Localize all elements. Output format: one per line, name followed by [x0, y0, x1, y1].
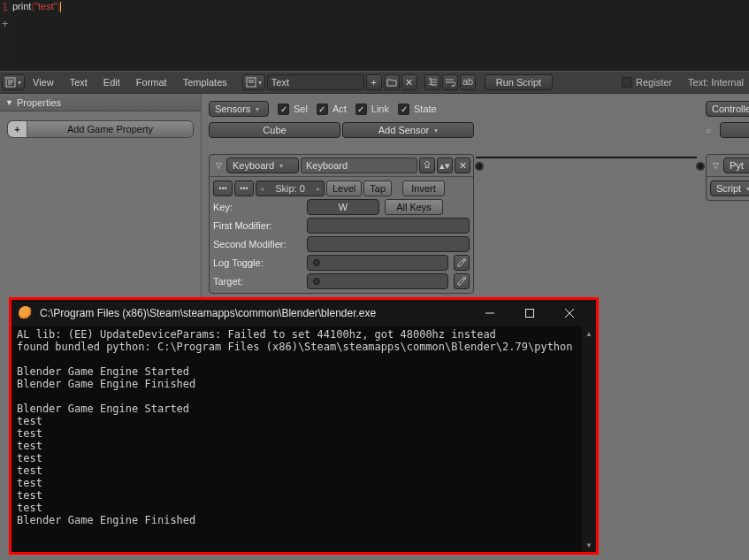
text-editor-icon: [5, 77, 16, 88]
controller-input-socket[interactable]: [696, 162, 705, 171]
logic-bricks-area[interactable]: Sensors▾ Sel Act Link State Cube Add Sen…: [202, 94, 749, 297]
menu-view[interactable]: View: [25, 77, 62, 88]
key-field[interactable]: W: [307, 199, 379, 215]
word-wrap-icon: [445, 77, 455, 88]
pulse-false-icon: •••: [240, 184, 248, 193]
pulse-true-icon: •••: [218, 184, 226, 193]
add-game-property-button[interactable]: + Add Game Property: [7, 120, 194, 138]
add-sensor-dropdown[interactable]: Add Sensor▾: [342, 122, 474, 138]
menu-edit[interactable]: Edit: [96, 77, 128, 88]
register-label: Register: [636, 77, 672, 88]
sensors-state-checkbox[interactable]: [398, 104, 409, 115]
plus-icon: +: [371, 77, 377, 88]
sensor-name-field[interactable]: Keyboard: [301, 157, 417, 173]
all-keys-button[interactable]: All Keys: [385, 199, 443, 215]
menu-format[interactable]: Format: [128, 77, 175, 88]
editor-type-selector[interactable]: ▾: [2, 74, 25, 90]
maximize-icon: [525, 309, 534, 318]
word-wrap-toggle[interactable]: [442, 74, 458, 90]
pulse-false-button[interactable]: •••: [234, 180, 254, 196]
arrow-down-icon: ▾: [256, 105, 259, 113]
log-toggle-label: Log Toggle:: [213, 257, 302, 268]
controller-brick-python: ▽ Pyt▾ Pyth 1 ▴▾ ✕ Script▾ Text: [706, 154, 749, 201]
text-editor[interactable]: 1 print("test") +: [0, 0, 749, 71]
pulse-true-button[interactable]: •••: [213, 180, 233, 196]
first-modifier-field[interactable]: [307, 218, 470, 234]
sensors-sel-checkbox[interactable]: [278, 104, 289, 115]
new-text-button[interactable]: +: [366, 74, 382, 90]
controllers-label: Controllers: [712, 104, 749, 114]
minimize-button[interactable]: [470, 300, 509, 326]
invert-button[interactable]: Invert: [402, 180, 445, 196]
controller-object-name[interactable]: Cube: [720, 122, 749, 138]
line-numbers-icon: 1: [427, 77, 438, 88]
delete-sensor-button[interactable]: ✕: [455, 157, 470, 173]
menu-text[interactable]: Text: [62, 77, 96, 88]
arrow-down-icon: ▾: [279, 162, 283, 170]
open-text-button[interactable]: [384, 74, 400, 90]
text-cursor: [60, 2, 61, 12]
sensors-act-checkbox[interactable]: [317, 104, 328, 115]
sensors-dropdown[interactable]: Sensors▾: [209, 101, 269, 117]
svg-rect-16: [525, 310, 533, 318]
sensor-type-dropdown[interactable]: Keyboard▾: [226, 157, 299, 173]
target-field[interactable]: [307, 273, 448, 289]
sensors-link-checkbox[interactable]: [355, 104, 367, 115]
second-modifier-field[interactable]: [307, 236, 470, 252]
second-modifier-label: Second Modifier:: [213, 239, 302, 249]
code-string: "test": [34, 1, 57, 12]
collapse-triangle-icon[interactable]: ▽: [212, 161, 225, 170]
code-line[interactable]: print("test"): [12, 0, 61, 12]
first-modifier-label: First Modifier:: [213, 220, 302, 231]
pin-icon: [422, 160, 432, 171]
syntax-highlight-toggle[interactable]: ab: [460, 74, 476, 90]
state-circle-icon[interactable]: ○: [706, 126, 711, 135]
skip-field[interactable]: ◂ Skip: 0 ▸: [256, 180, 325, 196]
scroll-down-icon[interactable]: ▼: [582, 538, 596, 552]
maximize-button[interactable]: [509, 300, 549, 326]
text-browse-button[interactable]: ▾: [242, 74, 265, 90]
tap-button[interactable]: Tap: [363, 180, 392, 196]
target-eyedropper-button[interactable]: [454, 273, 470, 289]
arrow-down-icon: ▾: [434, 127, 438, 134]
move-button[interactable]: ▴▾: [437, 157, 453, 173]
arrow-left-icon: ◂: [260, 185, 264, 193]
console-titlebar[interactable]: C:\Program Files (x86)\Steam\steamapps\c…: [11, 300, 596, 326]
collapse-triangle-icon[interactable]: ▽: [709, 161, 722, 170]
properties-panel: ▼ Properties + Add Game Property: [0, 94, 202, 297]
folder-icon: [386, 77, 397, 88]
console-scrollbar[interactable]: ▲ ▼: [582, 326, 596, 552]
move-icon: ▴▾: [439, 160, 450, 172]
level-button[interactable]: Level: [326, 180, 362, 196]
controllers-dropdown[interactable]: Controllers▾: [706, 101, 749, 117]
run-script-button[interactable]: Run Script: [485, 74, 553, 90]
close-button[interactable]: [549, 300, 589, 326]
controller-type-label: Pyt: [730, 160, 744, 171]
register-checkbox[interactable]: [622, 77, 632, 88]
split-area-icon[interactable]: +: [0, 18, 10, 30]
script-mode-dropdown[interactable]: Script▾: [710, 180, 749, 196]
sensor-object-label: Cube: [263, 125, 286, 135]
menu-templates[interactable]: Templates: [175, 77, 235, 88]
console-output[interactable]: AL lib: (EE) UpdateDeviceParams: Failed …: [15, 326, 582, 548]
scroll-up-icon[interactable]: ▲: [582, 326, 596, 341]
syntax-icon: ab: [462, 77, 473, 88]
text-info: Text: Internal: [688, 77, 744, 88]
text-block-name-field[interactable]: Text: [267, 74, 364, 90]
logic-editor: ▼ Properties + Add Game Property Sensors…: [0, 94, 749, 297]
pin-button[interactable]: [419, 157, 435, 173]
console-title: C:\Program Files (x86)\Steam\steamapps\c…: [40, 307, 376, 319]
x-icon: ✕: [405, 77, 413, 88]
eyedropper-icon: [456, 276, 467, 287]
controller-type-dropdown[interactable]: Pyt▾: [723, 157, 749, 173]
sensor-output-socket[interactable]: [475, 162, 484, 171]
sensors-state-label: State: [414, 104, 437, 114]
unlink-text-button[interactable]: ✕: [401, 74, 417, 90]
sensors-column: Sensors▾ Sel Act Link State Cube Add Sen…: [209, 101, 474, 294]
log-toggle-field[interactable]: [307, 255, 448, 271]
properties-header[interactable]: ▼ Properties: [0, 94, 201, 111]
sensors-act-label: Act: [332, 104, 347, 114]
sensor-object-name[interactable]: Cube: [209, 122, 340, 138]
line-numbers-toggle[interactable]: 1: [424, 74, 440, 90]
log-eyedropper-button[interactable]: [454, 255, 470, 271]
